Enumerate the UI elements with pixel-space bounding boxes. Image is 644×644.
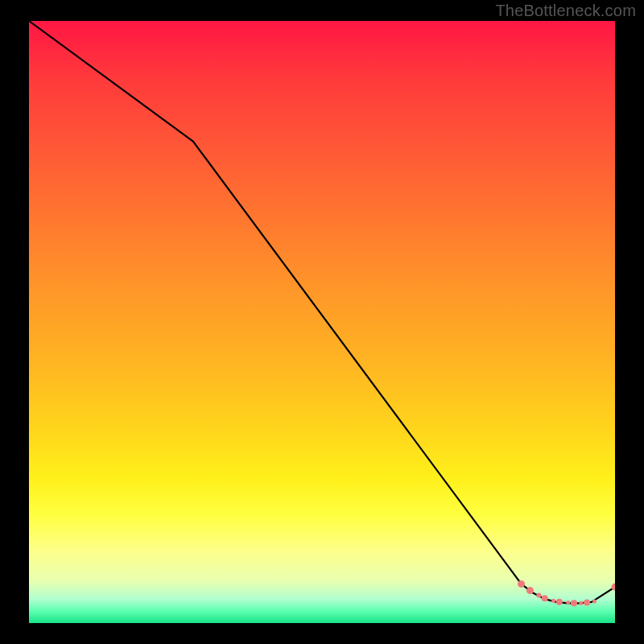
marker-dot [592,600,597,604]
chart-frame: TheBottleneck.com [0,0,644,644]
series-markers [518,580,615,606]
series-curve [29,21,615,603]
watermark-text: TheBottleneck.com [495,2,636,20]
marker-dot [584,600,590,606]
marker-dot [526,587,534,594]
marker-dot [579,601,583,605]
marker-dot [542,595,548,601]
marker-dot [518,580,525,588]
chart-overlay [29,21,615,623]
marker-dot [536,593,541,598]
marker-dot [571,600,577,606]
marker-dot [551,599,555,603]
marker-dot [566,601,570,605]
marker-dot [556,599,563,605]
